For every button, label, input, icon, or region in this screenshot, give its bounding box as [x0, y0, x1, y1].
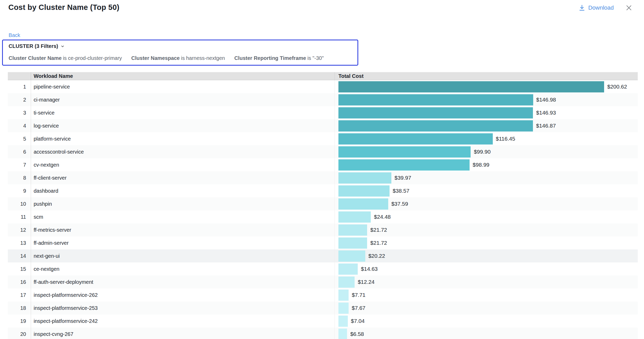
- page-title: Cost by Cluster Name (Top 50): [8, 3, 119, 12]
- topbar-actions: Download: [579, 4, 633, 11]
- cost-value: $99.90: [474, 149, 490, 155]
- filter-chip[interactable]: Cluster Cluster Nameisce-prod-cluster-pr…: [9, 55, 122, 61]
- row-rank: 13: [8, 236, 31, 249]
- total-cost-cell: $116.45: [335, 132, 638, 145]
- row-rank: 17: [8, 288, 31, 302]
- row-rank: 19: [8, 315, 31, 328]
- cost-bar[interactable]: [338, 263, 358, 275]
- table-row[interactable]: 5platform-service$116.45: [8, 132, 638, 145]
- cost-value: $146.98: [536, 97, 556, 103]
- cost-bar[interactable]: [338, 185, 390, 197]
- download-label: Download: [588, 4, 614, 11]
- filter-group-toggle[interactable]: CLUSTER (3 Filters): [9, 43, 352, 49]
- download-button[interactable]: Download: [579, 4, 614, 11]
- cost-bar[interactable]: [338, 211, 371, 223]
- filter-name: Cluster Cluster Name: [9, 55, 62, 61]
- cost-bar[interactable]: [338, 120, 533, 131]
- column-header-rank: [8, 72, 31, 80]
- cost-value: $21.72: [370, 227, 387, 233]
- row-rank: 16: [8, 275, 31, 288]
- table-row[interactable]: 11scm$24.48: [8, 210, 638, 223]
- cost-bar[interactable]: [338, 303, 349, 314]
- cost-value: $98.99: [473, 162, 489, 168]
- table-row[interactable]: 1pipeline-service$200.62: [8, 80, 638, 93]
- total-cost-cell: $7.67: [335, 302, 638, 315]
- table-row[interactable]: 6accesscontrol-service$99.90: [8, 145, 638, 158]
- total-cost-cell: $24.48: [335, 210, 638, 223]
- total-cost-cell: $146.87: [335, 119, 638, 132]
- cost-bar[interactable]: [338, 81, 604, 92]
- cost-bar[interactable]: [338, 198, 388, 210]
- table-row[interactable]: 17inspect-platformservice-262$7.71: [8, 288, 638, 302]
- chevron-down-icon: [60, 44, 65, 48]
- table-row[interactable]: 4log-service$146.87: [8, 119, 638, 132]
- table-row[interactable]: 20inspect-cvng-267$6.58: [8, 328, 638, 339]
- cost-value: $200.62: [607, 84, 627, 90]
- workload-name: ff-client-server: [31, 171, 335, 184]
- table-row[interactable]: 16ff-auth-server-deployment$12.24: [8, 275, 638, 288]
- total-cost-cell: $7.71: [335, 288, 638, 302]
- row-rank: 4: [8, 119, 31, 132]
- cost-bar[interactable]: [338, 250, 365, 262]
- table-row[interactable]: 12ff-metrics-server$21.72: [8, 223, 638, 236]
- table-row[interactable]: 15ce-nextgen$14.63: [8, 262, 638, 275]
- back-link[interactable]: Back: [9, 32, 20, 38]
- cost-bar[interactable]: [338, 329, 347, 339]
- close-icon[interactable]: [625, 4, 633, 11]
- cost-bar[interactable]: [338, 290, 349, 301]
- column-header-workload-name[interactable]: Workload Name: [31, 72, 335, 80]
- row-rank: 1: [8, 80, 31, 93]
- workload-name: accesscontrol-service: [31, 145, 335, 158]
- cost-bar[interactable]: [338, 133, 493, 145]
- table-row[interactable]: 3ti-service$146.93: [8, 106, 638, 119]
- table-row[interactable]: 2ci-manager$146.98: [8, 93, 638, 106]
- applied-filters: Cluster Cluster Nameisce-prod-cluster-pr…: [9, 55, 352, 61]
- cost-value: $39.97: [394, 175, 411, 181]
- cost-table: Workload Name Total Cost 1pipeline-servi…: [8, 72, 638, 339]
- row-rank: 20: [8, 328, 31, 339]
- column-header-total-cost[interactable]: Total Cost: [335, 72, 638, 80]
- filter-chip[interactable]: Cluster Reporting Timeframeis"-30": [234, 55, 324, 61]
- table-row[interactable]: 10pushpin$37.59: [8, 197, 638, 210]
- table-header: Workload Name Total Cost: [8, 72, 638, 80]
- row-rank: 14: [8, 249, 31, 262]
- table-row[interactable]: 13ff-admin-server$21.72: [8, 236, 638, 249]
- table-row[interactable]: 7cv-nextgen$98.99: [8, 158, 638, 171]
- cost-bar[interactable]: [338, 237, 367, 249]
- row-rank: 3: [8, 106, 31, 119]
- table-row[interactable]: 14next-gen-ui$20.22: [8, 249, 638, 262]
- table-row[interactable]: 19inspect-platformservice-242$7.04: [8, 315, 638, 328]
- cost-value: $37.59: [391, 201, 408, 207]
- total-cost-cell: $21.72: [335, 223, 638, 236]
- workload-name: ci-manager: [31, 93, 335, 106]
- cost-value: $14.63: [361, 266, 378, 272]
- cost-bar[interactable]: [338, 159, 470, 171]
- row-rank: 18: [8, 302, 31, 315]
- cost-bar[interactable]: [338, 94, 533, 105]
- filter-value: "-30": [312, 55, 324, 61]
- filter-operator: is: [63, 55, 66, 61]
- total-cost-cell: $6.58: [335, 328, 638, 339]
- workload-name: next-gen-ui: [31, 249, 335, 262]
- cost-value: $146.87: [536, 123, 556, 129]
- row-rank: 12: [8, 223, 31, 236]
- table-row[interactable]: 18inspect-platformservice-253$7.67: [8, 302, 638, 315]
- total-cost-cell: $21.72: [335, 236, 638, 249]
- filter-operator: is: [181, 55, 185, 61]
- workload-name: dashboard: [31, 184, 335, 197]
- cost-bar[interactable]: [338, 107, 533, 118]
- row-rank: 15: [8, 262, 31, 275]
- cost-bar[interactable]: [338, 277, 355, 288]
- cost-value: $116.45: [496, 136, 515, 142]
- cost-bar[interactable]: [338, 172, 391, 184]
- table-row[interactable]: 8ff-client-server$39.97: [8, 171, 638, 184]
- total-cost-cell: $39.97: [335, 171, 638, 184]
- filter-name: Cluster Namespace: [131, 55, 180, 61]
- table-row[interactable]: 9dashboard$38.57: [8, 184, 638, 197]
- total-cost-cell: $37.59: [335, 197, 638, 210]
- filter-panel: CLUSTER (3 Filters) Cluster Cluster Name…: [2, 40, 358, 66]
- cost-bar[interactable]: [338, 224, 367, 236]
- cost-bar[interactable]: [338, 146, 471, 158]
- filter-chip[interactable]: Cluster Namespaceisharness-nextgen: [131, 55, 225, 61]
- cost-bar[interactable]: [338, 316, 348, 327]
